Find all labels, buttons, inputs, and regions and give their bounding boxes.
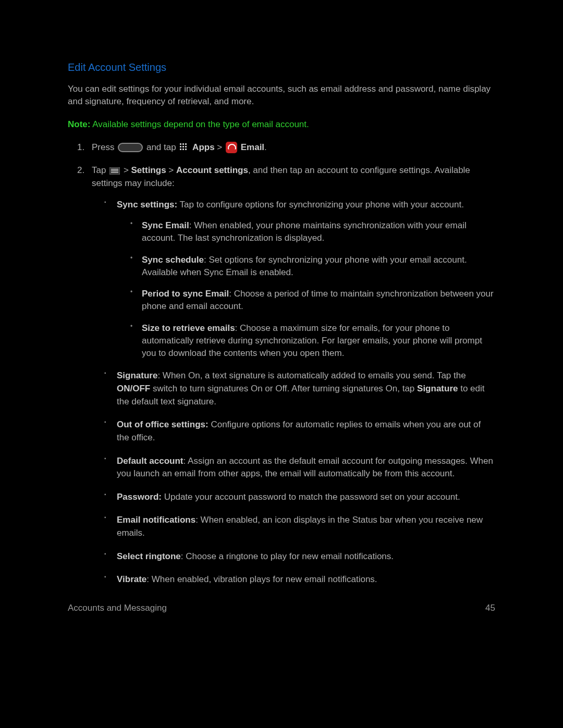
svg-rect-6 [180, 149, 181, 150]
footer-page-number: 45 [485, 603, 495, 613]
ring-text: : Choose a ringtone to play for new emai… [181, 551, 394, 561]
sync-sublist: Sync Email: When enabled, your phone mai… [130, 219, 495, 359]
sig-t2: switch to turn signatures On or Off. Aft… [150, 384, 417, 393]
svg-rect-2 [185, 143, 187, 145]
subitem-sync-schedule: Sync schedule: Set options for synchroni… [130, 254, 495, 279]
svg-rect-1 [182, 143, 184, 145]
note-label: Note: [68, 119, 90, 129]
email-app-icon [226, 142, 237, 153]
sig-label: Signature [117, 371, 157, 380]
sync-text: Tap to configure options for synchronizi… [177, 200, 464, 209]
item-out-of-office: Out of office settings: Configure option… [104, 418, 495, 444]
step2-acct: Account settings [176, 165, 248, 175]
note-text: Available settings depend on the type of… [90, 119, 309, 129]
step1-email-label: Email [241, 142, 264, 152]
pwd-label: Password: [117, 492, 162, 502]
step1-apps-label: Apps [192, 142, 215, 152]
svg-rect-11 [111, 170, 118, 171]
sig-onoff: ON/OFF [117, 384, 150, 393]
vib-label: Vibrate [117, 574, 146, 584]
subitem-sync-email: Sync Email: When enabled, your phone mai… [130, 219, 495, 244]
section-heading: Edit Account Settings [68, 61, 495, 73]
svg-rect-7 [182, 149, 184, 150]
step2-gt2: > [168, 165, 176, 175]
ring-label: Select ringtone [117, 551, 181, 561]
vib-text: : When enabled, vibration plays for new … [146, 574, 377, 584]
item-select-ringtone: Select ringtone: Choose a ringtone to pl… [104, 550, 495, 563]
footer-section: Accounts and Messaging [68, 603, 167, 613]
item-email-notifications: Email notifications: When enabled, an ic… [104, 514, 495, 539]
menu-icon [109, 167, 120, 175]
step2-gt: > [124, 165, 131, 175]
sync-email-text: : When enabled, your phone maintains syn… [142, 220, 467, 243]
steps-list: Press and tap Apps > Email. Tap [77, 141, 495, 586]
page-footer: Accounts and Messaging 45 [68, 603, 495, 613]
sync-period-label: Period to sync Email [142, 289, 229, 299]
svg-rect-0 [180, 143, 181, 145]
step-2: Tap > Settings > Account settings, and t… [77, 164, 495, 586]
subitem-size: Size to retrieve emails: Choose a maximu… [130, 322, 495, 359]
settings-list: Sync settings: Tap to configure options … [104, 199, 495, 587]
pwd-text: Update your account password to match th… [162, 492, 460, 502]
sync-size-label: Size to retrieve emails [142, 323, 235, 333]
ooo-label: Out of office settings: [117, 419, 209, 429]
home-button-icon [118, 143, 143, 152]
svg-rect-4 [182, 146, 184, 147]
item-signature: Signature: When On, a text signature is … [104, 369, 495, 408]
sig-label2: Signature [417, 384, 458, 393]
subitem-period: Period to sync Email: Choose a period of… [130, 288, 495, 313]
def-label: Default account [117, 456, 183, 466]
svg-rect-8 [185, 149, 187, 150]
svg-rect-3 [180, 146, 181, 147]
note-line: Note: Available settings depend on the t… [68, 119, 495, 130]
item-password: Password: Update your account password t… [104, 491, 495, 504]
svg-rect-12 [111, 172, 118, 173]
intro-paragraph: You can edit settings for your individua… [68, 83, 495, 108]
sync-sched-label: Sync schedule [142, 255, 204, 265]
apps-grid-icon [179, 143, 189, 152]
step-1: Press and tap Apps > Email. [77, 141, 495, 154]
step1-press: Press [92, 142, 117, 152]
step2-settings: Settings [131, 165, 166, 175]
item-sync-settings: Sync settings: Tap to configure options … [104, 199, 495, 360]
document-page: Edit Account Settings You can edit setti… [0, 0, 563, 728]
notif-label: Email notifications [117, 515, 195, 525]
sync-email-label: Sync Email [142, 220, 189, 230]
sig-t1: : When On, a text signature is automatic… [157, 371, 466, 380]
step1-andtap: and tap [146, 142, 178, 152]
item-default-account: Default account: Assign an account as th… [104, 455, 495, 480]
sync-label: Sync settings: [117, 200, 177, 209]
step1-gt1: > [217, 142, 225, 152]
svg-rect-5 [185, 146, 187, 147]
step1-period: . [264, 142, 267, 152]
item-vibrate: Vibrate: When enabled, vibration plays f… [104, 573, 495, 586]
step2-tap: Tap [92, 165, 108, 175]
svg-rect-10 [111, 169, 118, 170]
